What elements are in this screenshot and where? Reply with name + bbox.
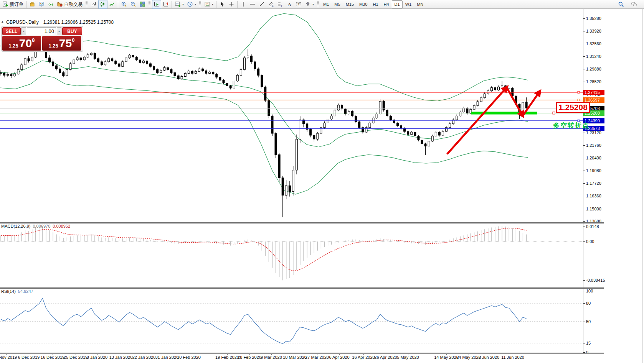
price-tick-label: 1.35280 — [586, 16, 601, 21]
new-order-button[interactable]: 新订单 — [1, 0, 25, 9]
chart-symbol-label: GBPUSD-,Daily — [6, 20, 39, 25]
line-chart-button[interactable] — [107, 0, 117, 9]
pane-separator-main-macd[interactable] — [0, 222, 604, 223]
auto-trading-label: 自动交易 — [64, 1, 83, 8]
auto-trading-button[interactable]: 自动交易 — [55, 0, 84, 9]
toolbar-grip[interactable] — [149, 1, 150, 7]
buy-button[interactable]: BUY — [62, 27, 82, 35]
timeframe-m15-button[interactable]: M15 — [343, 0, 357, 8]
timeframe-m5-button[interactable]: M5 — [332, 0, 343, 8]
tile-windows-button[interactable] — [138, 0, 147, 9]
candlestick-chart-button[interactable] — [98, 0, 107, 9]
price-tick-label: 1.17720 — [586, 181, 601, 186]
label-tool-button[interactable]: T — [294, 0, 303, 9]
volume-input[interactable] — [27, 27, 56, 35]
fibonacci-tool-button[interactable]: F — [276, 0, 285, 9]
price-annotation-label[interactable]: 1.25208 — [556, 102, 590, 113]
vertical-line-tool-button[interactable] — [239, 0, 248, 9]
timeframe-d1-button[interactable]: D1 — [392, 0, 403, 8]
horizontal-line-tool-button[interactable] — [248, 0, 257, 9]
svg-text:A: A — [288, 2, 292, 7]
price-tick-label: 1.29880 — [586, 67, 601, 71]
periods-button[interactable]: ▾ — [185, 0, 198, 9]
shapes-tool-button[interactable]: ▾ — [303, 0, 315, 9]
time-tick-label: 6 Apr 2020 — [329, 355, 349, 360]
zoom-in-button[interactable] — [119, 0, 129, 9]
turning-point-text[interactable]: 多空转折点 — [553, 121, 590, 130]
chevron-down-icon[interactable]: ▾ — [212, 3, 213, 6]
toolbar-separator — [118, 1, 118, 8]
new-order-icon — [2, 1, 8, 7]
ask-price-box[interactable]: 1.25 75 0 — [42, 36, 81, 51]
macd-tick-label: 0.0148 — [586, 224, 599, 229]
new-order-label: 新订单 — [10, 1, 23, 8]
price-axis-border — [583, 9, 583, 353]
main-chart-pane[interactable] — [0, 9, 583, 222]
time-tick-label: 24 May 2020 — [456, 355, 481, 360]
time-tick-label: 26 Apr 2020 — [374, 355, 397, 360]
crosshair-icon — [228, 1, 234, 7]
autotrade-icon — [57, 1, 63, 7]
toolbar-right-group — [616, 0, 644, 9]
macd-label: MACD(12,26,9)0.0069700.008952 — [1, 224, 70, 228]
timeframe-w1-button[interactable]: W1 — [403, 0, 414, 8]
one-click-trading-panel: SELL ▼ ▲ BUY 1.25 70 8 1.25 75 0 — [1, 26, 83, 52]
pane-separator-macd-rsi[interactable] — [0, 287, 604, 289]
chevron-down-icon[interactable]: ▾ — [312, 3, 314, 6]
shapes-icon — [305, 1, 311, 7]
toolbar-grip[interactable] — [199, 1, 201, 7]
text-tool-button[interactable]: A — [285, 0, 294, 9]
main-toolbar: 新订单自动交易▾▾▾EFAT▾M1M5M15M30H1H4D1W1MN — [0, 0, 644, 9]
zoom-in-icon — [121, 1, 127, 7]
toolbar-separator — [172, 1, 172, 8]
timeframe-h1-button[interactable]: H1 — [370, 0, 381, 8]
timeframe-h4-button[interactable]: H4 — [381, 0, 392, 8]
volume-up-button[interactable]: ▲ — [57, 27, 61, 35]
market-box-button[interactable] — [28, 0, 37, 9]
rsi-pane[interactable] — [0, 288, 583, 353]
timeframe-mn-button[interactable]: MN — [414, 0, 426, 8]
zoom-out-button[interactable] — [129, 0, 138, 9]
label-icon: T — [296, 1, 302, 7]
timeframe-m1-button[interactable]: M1 — [320, 0, 332, 8]
line-chart-icon — [109, 1, 115, 7]
candles-chart-icon — [100, 1, 106, 7]
one-click-panel-toggle[interactable]: ▴ — [2, 20, 3, 23]
sell-button[interactable]: SELL — [2, 27, 21, 35]
profile-monitor-icon — [38, 1, 45, 7]
chevron-down-icon[interactable]: ▾ — [195, 3, 196, 6]
time-tick-label: 31 Jan 2020 — [155, 355, 179, 360]
toolbar-grip[interactable] — [317, 1, 319, 7]
crosshair-tool-button[interactable] — [227, 0, 236, 9]
chat-button[interactable] — [629, 0, 639, 9]
trendline-icon — [259, 1, 265, 7]
macd-pane[interactable] — [0, 223, 583, 287]
templates-button[interactable]: ▾ — [203, 0, 215, 9]
timeframe-m30-button[interactable]: M30 — [357, 0, 370, 8]
chart-shift-button[interactable] — [161, 0, 170, 9]
macd-signal-value: 0.008952 — [53, 224, 70, 228]
time-tick-label: 2 Jun 2020 — [479, 355, 499, 360]
volume-down-button[interactable]: ▼ — [21, 27, 26, 35]
new-chart-button[interactable]: ▾ — [173, 0, 185, 9]
cursor-tool-button[interactable] — [218, 0, 227, 9]
channel-tool-button[interactable]: E — [266, 0, 276, 9]
macd-name: MACD(12,26,9) — [1, 224, 30, 228]
new-chart-icon — [175, 1, 181, 7]
chevron-down-icon[interactable]: ▾ — [182, 3, 184, 6]
bid-price-box[interactable]: 1.25 70 8 — [2, 36, 41, 51]
time-tick-label: 11 Jun 2020 — [501, 355, 524, 360]
profile-monitor-button[interactable] — [37, 0, 46, 9]
time-tick-label: 22 Jan 2020 — [132, 355, 156, 360]
auto-scroll-button[interactable] — [152, 0, 161, 9]
trendline-tool-button[interactable] — [257, 0, 266, 9]
bar-chart-button[interactable] — [89, 0, 98, 9]
periods-icon — [187, 1, 193, 7]
bars-chart-icon — [91, 1, 97, 7]
price-tick-label: 1.20400 — [586, 156, 601, 160]
signals-button[interactable] — [46, 0, 55, 9]
toolbar-grip[interactable] — [86, 1, 88, 7]
time-tick-label: 14 May 2020 — [434, 355, 459, 360]
bid-prefix: 1.25 — [9, 43, 18, 49]
search-button[interactable] — [616, 0, 626, 9]
